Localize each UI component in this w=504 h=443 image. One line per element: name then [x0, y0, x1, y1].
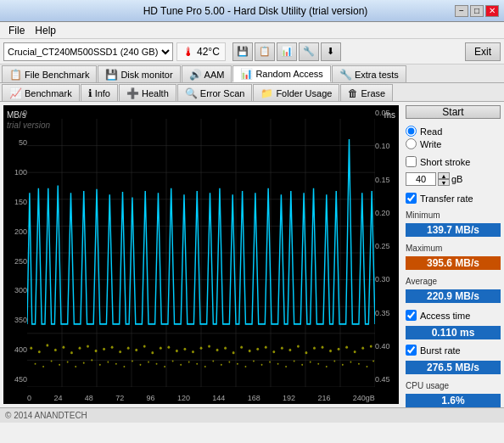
- toolbar-icon-3[interactable]: 📊: [277, 42, 297, 61]
- svg-point-69: [83, 362, 85, 364]
- svg-point-47: [249, 350, 251, 352]
- svg-point-51: [281, 347, 283, 350]
- svg-point-22: [46, 344, 48, 346]
- tab-erase[interactable]: 🗑 Erase: [340, 84, 393, 101]
- tab-aam[interactable]: 🔊 AAM: [182, 65, 232, 82]
- health-icon: ➕: [126, 87, 139, 99]
- tab-erase-label: Erase: [361, 88, 385, 98]
- burst-rate-checkbox[interactable]: [406, 345, 417, 356]
- tab-error-scan-label: Error Scan: [200, 88, 245, 98]
- access-time-checkbox[interactable]: [406, 310, 417, 321]
- toolbar: Crucial_CT240M500SSD1 (240 GB) 🌡 42°C 💾 …: [0, 39, 504, 64]
- toolbar-icon-2[interactable]: 📋: [255, 42, 275, 61]
- svg-point-96: [301, 364, 303, 366]
- error-scan-icon: 🔍: [185, 87, 198, 99]
- toolbar-icon-4[interactable]: 🔧: [299, 42, 319, 61]
- svg-point-85: [212, 360, 214, 362]
- svg-point-76: [140, 364, 142, 366]
- svg-point-32: [127, 347, 130, 350]
- transfer-rate-checkbox[interactable]: [406, 193, 417, 204]
- svg-point-25: [70, 351, 73, 354]
- gb-spinner: ▲ ▼: [438, 172, 450, 186]
- menu-help[interactable]: Help: [30, 23, 61, 38]
- toolbar-icons: 💾 📋 📊 🔧 ⬇: [232, 42, 341, 61]
- svg-point-43: [216, 349, 219, 351]
- short-stroke-checkbox[interactable]: [406, 156, 417, 167]
- svg-point-91: [261, 364, 263, 366]
- read-label: Read: [420, 126, 442, 137]
- drive-select[interactable]: Crucial_CT240M500SSD1 (240 GB): [3, 42, 173, 61]
- minimize-button[interactable]: −: [455, 5, 468, 17]
- gb-input[interactable]: [406, 172, 436, 186]
- access-time-label: Access time: [420, 311, 470, 321]
- titlebar: HD Tune Pro 5.00 - Hard Disk Utility (tr…: [0, 0, 504, 22]
- write-label: Write: [420, 139, 441, 149]
- tab-info[interactable]: ℹ Info: [81, 84, 118, 101]
- svg-point-84: [204, 366, 206, 367]
- svg-point-105: [372, 360, 374, 362]
- svg-point-37: [167, 346, 170, 349]
- read-radio[interactable]: [406, 126, 417, 137]
- write-radio-label[interactable]: Write: [406, 138, 501, 149]
- statusbar-text: © 2014 ANANDTECH: [5, 411, 87, 420]
- short-stroke-label: Short stroke: [420, 157, 470, 167]
- svg-point-97: [310, 361, 311, 362]
- chart-svg: [27, 119, 375, 387]
- transfer-rate-row: Transfer rate: [406, 193, 501, 204]
- svg-point-81: [180, 364, 182, 366]
- tab-file-benchmark[interactable]: 📋 File Benchmark: [2, 65, 97, 82]
- tab-random-access[interactable]: 📊 Random Access: [232, 65, 330, 82]
- svg-point-71: [99, 364, 101, 366]
- toolbar-icon-5[interactable]: ⬇: [321, 42, 341, 61]
- toolbar-icon-1[interactable]: 💾: [232, 42, 253, 61]
- svg-point-57: [329, 350, 332, 352]
- tab-health[interactable]: ➕ Health: [119, 84, 176, 101]
- tab-disk-monitor-label: Disk monitor: [120, 70, 172, 80]
- svg-point-102: [350, 361, 351, 362]
- svg-point-66: [59, 364, 60, 366]
- svg-point-94: [285, 366, 287, 367]
- access-time-row: Access time: [406, 310, 501, 321]
- tab-folder-usage[interactable]: 📁 Folder Usage: [253, 84, 339, 101]
- svg-point-49: [265, 346, 267, 349]
- short-stroke-row: Short stroke: [406, 156, 501, 167]
- gb-spinner-up[interactable]: ▲: [438, 172, 450, 179]
- tab-disk-monitor[interactable]: 💾 Disk monitor: [98, 65, 180, 82]
- svg-point-23: [54, 349, 57, 351]
- svg-point-101: [342, 364, 344, 366]
- gb-spinner-down[interactable]: ▼: [438, 179, 450, 186]
- exit-button[interactable]: Exit: [465, 42, 501, 61]
- svg-point-29: [103, 348, 105, 350]
- svg-point-72: [107, 361, 109, 362]
- svg-point-92: [269, 361, 271, 362]
- svg-point-21: [38, 350, 41, 353]
- maximum-label: Maximum: [406, 244, 501, 253]
- start-button[interactable]: Start: [406, 105, 501, 119]
- read-radio-label[interactable]: Read: [406, 126, 501, 137]
- svg-point-78: [156, 363, 158, 365]
- svg-point-80: [172, 360, 174, 362]
- tab-extra-tests-label: Extra tests: [355, 70, 399, 80]
- svg-point-103: [358, 363, 360, 365]
- maximize-button[interactable]: □: [470, 5, 484, 17]
- svg-point-59: [345, 346, 348, 349]
- tab-info-label: Info: [95, 88, 110, 98]
- gb-unit: gB: [451, 174, 462, 184]
- svg-point-82: [188, 361, 190, 362]
- tab-error-scan[interactable]: 🔍 Error Scan: [177, 84, 253, 101]
- menu-file[interactable]: File: [3, 23, 30, 38]
- svg-point-54: [305, 351, 308, 354]
- tab-extra-tests[interactable]: 🔧 Extra tests: [332, 65, 406, 82]
- svg-point-58: [338, 348, 340, 350]
- svg-point-56: [322, 346, 324, 349]
- tabbar-top: 📋 File Benchmark 💾 Disk monitor 🔊 AAM 📊 …: [0, 64, 504, 83]
- write-radio[interactable]: [406, 138, 417, 149]
- average-label: Average: [406, 277, 501, 286]
- svg-point-45: [232, 351, 235, 354]
- svg-point-74: [123, 366, 125, 367]
- close-button[interactable]: ✕: [485, 5, 499, 17]
- tab-benchmark[interactable]: 📈 Benchmark: [2, 84, 80, 101]
- cpu-usage-value: 1.6%: [406, 394, 501, 407]
- tab-health-label: Health: [142, 88, 169, 98]
- aam-icon: 🔊: [189, 69, 202, 81]
